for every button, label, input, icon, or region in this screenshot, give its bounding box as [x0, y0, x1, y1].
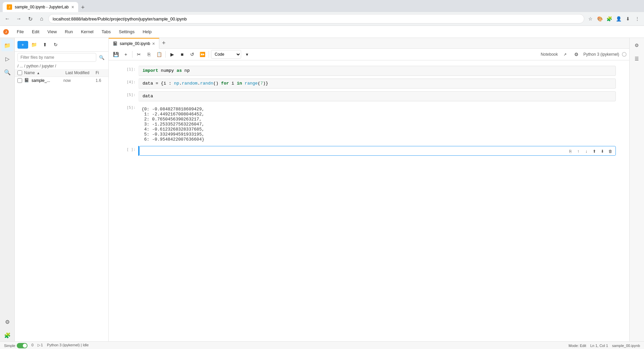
menu-file[interactable]: File: [13, 28, 27, 36]
file-item[interactable]: 📓 sample_... now 1.6: [15, 77, 108, 84]
column-name-header: Name ▲: [24, 70, 65, 75]
notebook-area: 📓 sample_00.ipynb × +: [109, 38, 629, 341]
cell-4-input[interactable]: data = {i : np.random.randn() for i in r…: [138, 79, 616, 89]
reload-button[interactable]: ↻: [25, 14, 35, 23]
copy-cell-tool[interactable]: ⎘: [567, 148, 574, 155]
cell-type-selector[interactable]: Code Markdown Raw: [211, 50, 241, 59]
browser-actions: ☆ 🎨 🧩 👤 ⬇ ⋮: [586, 15, 641, 23]
delete-cell-tool[interactable]: 🗑: [607, 148, 614, 155]
kernel-status-indicator: [622, 52, 627, 57]
run-cell-button[interactable]: ▶: [168, 50, 176, 59]
bookmark-button[interactable]: ☆: [586, 15, 594, 23]
add-cell-button[interactable]: +: [121, 50, 130, 59]
open-from-path-button[interactable]: 📁: [30, 40, 39, 49]
more-menu[interactable]: ⋮: [633, 15, 641, 23]
sidebar-icon-settings[interactable]: ⚙: [1, 316, 13, 328]
file-checkbox[interactable]: [17, 78, 22, 83]
app-container: J File Edit View Run Kernel Tabs Setting…: [0, 26, 644, 349]
extension-icon[interactable]: 🧩: [605, 15, 613, 23]
tab-label: sample_00.ipynb: [120, 41, 150, 46]
move-down-cell-tool[interactable]: ↓: [583, 148, 590, 155]
new-launcher-button[interactable]: +: [17, 41, 28, 49]
account-icon[interactable]: 👤: [614, 15, 623, 23]
cell-empty-input[interactable]: ⎘ ↑ ↓ ⬆ ⬇ 🗑: [139, 146, 616, 156]
home-button[interactable]: ⌂: [37, 14, 46, 23]
file-list: 📓 sample_... now 1.6: [15, 77, 108, 341]
toolbar-separator-3: [209, 51, 209, 58]
address-bar[interactable]: [48, 14, 584, 23]
back-button[interactable]: ←: [3, 14, 12, 23]
restart-run-all-button[interactable]: ⏩: [198, 50, 207, 59]
download-icon[interactable]: ⬇: [624, 15, 632, 23]
simple-mode-toggle[interactable]: Simple: [4, 343, 28, 348]
search-button[interactable]: 🔍: [98, 53, 106, 61]
cell-1-input[interactable]: import numpy as np: [138, 66, 616, 76]
menu-tabs[interactable]: Tabs: [98, 28, 114, 36]
open-in-editor-button[interactable]: ↗: [560, 50, 569, 59]
sidebar-icons: 📁 ▷ 🔍 ⚙ 🧩: [0, 38, 15, 341]
jupyter-menubar: J File Edit View Run Kernel Tabs Setting…: [0, 26, 644, 38]
column-modified-header: Last Modified: [65, 70, 96, 75]
menu-kernel[interactable]: Kernel: [77, 28, 97, 36]
forward-button[interactable]: →: [14, 14, 23, 23]
cursor-position: Ln 1, Col 1: [590, 344, 608, 348]
search-input[interactable]: [17, 53, 96, 62]
jupyter-logo: J: [3, 29, 9, 35]
cell-1-sidebar: [1]:: [122, 66, 136, 76]
cell-4-body: data = {i : np.random.randn() for i in r…: [138, 79, 616, 89]
browser-navigation-bar: ← → ↻ ⌂ ☆ 🎨 🧩 👤 ⬇ ⋮: [0, 12, 644, 26]
refresh-button[interactable]: ↻: [51, 40, 60, 49]
upload-button[interactable]: ⬆: [40, 40, 50, 49]
kernel-label: Python 3 (ipykernel): [583, 52, 619, 57]
breadcrumb-text: / ... / python / jupyter /: [17, 64, 56, 68]
paste-cell-button[interactable]: 📋: [155, 50, 163, 59]
browser-tabs: J sample_00.ipynb - JupyterLab × +: [0, 0, 644, 12]
notebook-tabs: 📓 sample_00.ipynb × +: [109, 38, 629, 49]
cut-cell-button[interactable]: ✂: [135, 50, 143, 59]
sidebar-icon-run[interactable]: ▷: [1, 53, 13, 65]
notebook-toolbar: 💾 + ✂ ⎘ 📋 ▶ ■ ↺ ⏩ Code Markdown Raw ▾: [109, 49, 629, 60]
file-notebook-icon: 📓: [24, 78, 30, 83]
toggle-track[interactable]: [17, 343, 28, 348]
cell-1-label: [1]:: [127, 66, 136, 71]
settings-button[interactable]: ⚙: [572, 50, 581, 59]
menu-run[interactable]: Run: [61, 28, 76, 36]
insert-above-tool[interactable]: ⬆: [591, 148, 598, 155]
tab-title: sample_00.ipynb - JupyterLab: [15, 5, 69, 9]
sidebar-toolbar: + 📁 ⬆ ↻: [15, 38, 108, 52]
edit-mode-label: Mode: Edit: [569, 344, 586, 348]
notebook-tab-sample[interactable]: 📓 sample_00.ipynb ×: [109, 38, 159, 49]
sidebar-icon-folder[interactable]: 📁: [1, 39, 13, 51]
save-button[interactable]: 💾: [111, 50, 120, 59]
cell-5-output-body: {0: -0.0848278818609429, 1: -2.449216700…: [138, 104, 616, 143]
interrupt-kernel-button[interactable]: ■: [178, 50, 186, 59]
toolbar-separator-1: [132, 51, 132, 58]
cell-5-input[interactable]: data: [138, 91, 616, 101]
kernel-status: Python 3 (ipykernel) | Idle: [47, 343, 89, 348]
file-list-header: Name ▲ Last Modified Fi: [15, 69, 108, 77]
tab-close-icon[interactable]: ×: [152, 41, 155, 46]
menu-settings[interactable]: Settings: [115, 28, 138, 36]
browser-tab-active[interactable]: J sample_00.ipynb - JupyterLab ×: [3, 2, 78, 12]
chrome-color-icon[interactable]: 🎨: [596, 15, 604, 23]
new-tab-button[interactable]: +: [78, 3, 88, 12]
cell-type-dropdown[interactable]: ▾: [243, 50, 251, 59]
cell-5-output-content: {0: -0.0848278818609429, 1: -2.449216700…: [138, 105, 616, 143]
property-inspector-icon[interactable]: ⚙: [631, 39, 643, 51]
tab-close-button[interactable]: ×: [71, 4, 74, 10]
insert-below-tool[interactable]: ⬇: [599, 148, 606, 155]
add-tab-button[interactable]: +: [159, 40, 168, 47]
menu-edit[interactable]: Edit: [29, 28, 43, 36]
copy-cell-button[interactable]: ⎘: [145, 50, 153, 59]
move-up-cell-tool[interactable]: ↑: [575, 148, 582, 155]
sidebar-icon-search[interactable]: 🔍: [1, 66, 13, 78]
sidebar-icon-extensions[interactable]: 🧩: [1, 329, 13, 341]
cell-4-label: [4]:: [127, 79, 136, 84]
menu-help[interactable]: Help: [139, 28, 155, 36]
menu-view[interactable]: View: [44, 28, 60, 36]
run-count: ▷ 1: [38, 343, 43, 348]
restart-kernel-button[interactable]: ↺: [188, 50, 197, 59]
select-all-checkbox[interactable]: [17, 70, 22, 75]
svg-text:J: J: [5, 30, 7, 34]
table-of-contents-icon[interactable]: ☰: [631, 53, 643, 65]
